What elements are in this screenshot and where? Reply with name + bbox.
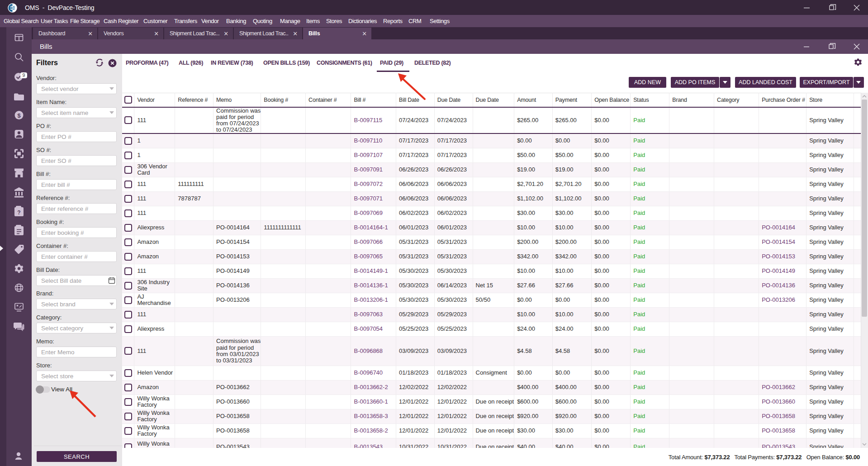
svg-text:?: ? [17,209,20,216]
svg-text:$: $ [17,112,21,119]
svg-text:9: 9 [23,72,25,78]
